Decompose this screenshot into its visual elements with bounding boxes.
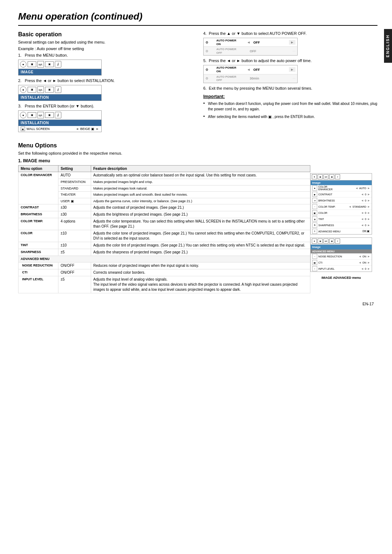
table-row: CONTRAST ±30 Adjusts the contrast of pro…: [19, 204, 310, 211]
menu-box-image: ● ▣ opt. ▣ i IMAGE: [18, 60, 102, 76]
cti-label: CTI: [19, 269, 58, 276]
right-column: 4. Press the ▲ or ▼ button to select AUT…: [203, 31, 377, 135]
menu-icon-3b: ▣: [45, 87, 54, 93]
table-row: PRESENTATION Makes projected images brig…: [19, 179, 310, 186]
step-6: 6. Exit the menu by pressing the MENU bu…: [203, 86, 377, 90]
tint-desc: Adjusts the color tint of projected imag…: [91, 242, 310, 249]
contrast-label: CONTRAST: [19, 204, 58, 211]
menu-options-heading: Menu Options: [18, 142, 377, 149]
col-header-desc: Feature description: [91, 166, 310, 172]
advanced-menu-divider: ADVANCED MENU: [19, 256, 310, 262]
tint-setting: ±10: [58, 242, 91, 249]
ap-icon-2: ⚙: [205, 49, 215, 53]
contrast-desc: Adjusts the contrast of projected images…: [91, 204, 310, 211]
menu-icons-row: ● ▣ opt. ▣ i: [19, 60, 101, 69]
smr-icon-2: ▶: [312, 192, 317, 197]
sm-icon-3b: ▣: [329, 239, 334, 244]
user-desc: Adjusts the gamma curve, color intensity…: [91, 198, 310, 204]
table-row: TINT ±10 Adjusts the color tint of proje…: [19, 242, 310, 249]
menu-icon-1: ●: [20, 61, 26, 68]
small-adv-bar: ADVANCED MENU: [311, 249, 372, 253]
noise-desc: Reduces noise of projected images when t…: [91, 262, 310, 269]
ap-label-on-1: AUTO POWERON: [216, 39, 245, 46]
left-column: Basic operation Several settings can be …: [18, 31, 192, 135]
cti-desc: Corrects smeared color borders.: [91, 269, 310, 276]
presentation-desc: Makes projected images bright and crisp.: [91, 179, 310, 186]
menu-icon-3: ▣: [45, 61, 54, 67]
smr-icon-il: ↕: [312, 266, 317, 271]
sm-icon-2: ▣: [318, 174, 323, 179]
menu-icon-1c: ●: [20, 112, 26, 118]
sharpness-desc: Adjusts the sharpness of projected image…: [91, 249, 310, 256]
sm-icon-i: i: [335, 174, 340, 179]
menu-sub-row: ▣ WALL SCREEN ◄ BEIGE ▣ ►: [19, 126, 101, 132]
menu-icon-3c: ▣: [45, 112, 54, 118]
smr-icon-3: ☀: [312, 198, 317, 203]
menu-icon-i: i: [55, 61, 61, 68]
colortemp-desc: Adjusts the color temperature. You can s…: [91, 218, 310, 230]
image-mini-menu: ● ▣ opt ▣ i Image ▲ COLORENHANCER ◄ AUTO…: [310, 173, 372, 235]
color-enhancer-label: COLOR ENHANCER: [19, 172, 58, 204]
image-menu-heading: 1. IMAGE menu: [18, 158, 377, 163]
ap-icon-4: ⚙: [205, 77, 215, 80]
menu-bar-installation: INSTALLATION: [19, 94, 101, 101]
small-menu-row: ~ NOISE REDUCTION ◄ ON ►: [311, 253, 372, 260]
cti-setting: ON/OFF: [58, 269, 91, 276]
standard-setting: STANDARD: [58, 185, 91, 192]
presentation-setting: PRESENTATION: [58, 179, 91, 186]
menu-options-subtext: Set the following options provided in th…: [18, 151, 377, 155]
menu-bar-installation-2: INSTALLATION: [19, 120, 101, 126]
menu-icons-row-3: ● ▣ opt. ▣ i: [19, 111, 101, 120]
smr-icon-cti: ▦: [312, 260, 317, 265]
table-row: STANDARD Makes projected images look nat…: [19, 185, 310, 192]
contrast-setting: ±30: [58, 204, 91, 211]
right-menus-col: ● ▣ opt ▣ i Image ▲ COLORENHANCER ◄ AUTO…: [310, 165, 377, 299]
small-menu-row: ▦ CTI ◄ ON ►: [311, 260, 372, 266]
brightness-desc: Adjusts the brightness of projected imag…: [91, 211, 310, 218]
table-row: BRIGHTNESS ±30 Adjusts the brightness of…: [19, 211, 310, 218]
basic-operation-subtext: Several settings can be adjusted using t…: [18, 40, 192, 44]
input-desc: Adjusts the input level of analog video …: [91, 276, 310, 293]
english-tab: ENGLISH: [384, 29, 392, 63]
table-row: USER ▣ Adjusts the gamma curve, color in…: [19, 198, 310, 204]
sm-icon-1: ●: [312, 174, 317, 179]
auto-power-box-2: ⚙ AUTO POWERON ◄ OFF ► ⚙ AUTO POWEROFF 3…: [203, 65, 298, 83]
theater-desc: Makes projected images soft and smooth. …: [91, 192, 310, 198]
ap-label-on-2: AUTO POWERON: [216, 66, 245, 73]
color-setting: ±10: [58, 230, 91, 242]
auto-power-row-off-1: ⚙ AUTO POWEROFF OFF: [204, 47, 297, 55]
small-menu-row: ↕ INPUT LEVEL ◄ 0 ►: [311, 266, 372, 272]
ap-icon-3: ⚙: [205, 68, 215, 72]
important-text-1: When the button doesn't function, unplug…: [208, 101, 377, 112]
table-row: COLOR ENHANCER AUTO Automatically sets a…: [19, 172, 310, 179]
standard-desc: Makes projected images look natural.: [91, 185, 310, 192]
table-row: CTI ON/OFF Corrects smeared color border…: [19, 269, 310, 276]
menu-icon-2c: ▣: [28, 112, 36, 118]
small-menu-row: ☀ BRIGHTNESS ◄ 0 ►: [311, 197, 372, 204]
colortemp-label: COLOR TEMP.: [19, 218, 58, 230]
small-menu-row: ◈ TINT ◄ 0 ►: [311, 216, 372, 222]
important-heading: Important:: [203, 94, 377, 99]
menu-icon-ib: i: [55, 86, 61, 93]
menu-box-installation: ● ▣ opt. ▣ i INSTALLATION: [18, 85, 102, 101]
color-desc: Adjusts the color tone of projected imag…: [91, 230, 310, 242]
small-menu-row: ▣ COLOR ◄ 0 ►: [311, 210, 372, 216]
options-table: Menu option Setting Feature description …: [18, 165, 310, 293]
smr-icon-s: S: [312, 223, 317, 228]
table-row: COLOR TEMP. 4 options Adjusts the color …: [19, 218, 310, 230]
step-5: 5. Press the ◄ or ► button to adjust the…: [203, 58, 377, 63]
smr-icon-5: ▣: [312, 210, 317, 215]
smr-icon-6: ◈: [312, 216, 317, 221]
sm-icon-ib: i: [335, 239, 340, 244]
menu-icon-1b: ●: [20, 86, 26, 93]
col-header-setting: Setting: [58, 166, 91, 172]
menu-icon-opt-c: opt.: [37, 112, 44, 118]
important-bullet-1: • When the button doesn't function, unpl…: [203, 101, 377, 112]
table-row: COLOR ±10 Adjusts the color tone of proj…: [19, 230, 310, 242]
important-text-2: After selecting the items marked with ▣ …: [208, 114, 315, 119]
small-image-bar-2: Image: [311, 245, 372, 249]
menu-icon-opt-b: opt.: [37, 86, 44, 93]
small-menu-row: ▲ COLORENHANCER ◄ AUTO ►: [311, 185, 372, 191]
menu-icons-row-2: ● ▣ opt. ▣ i: [19, 85, 101, 94]
smr-icon-nr: ~: [312, 254, 317, 259]
